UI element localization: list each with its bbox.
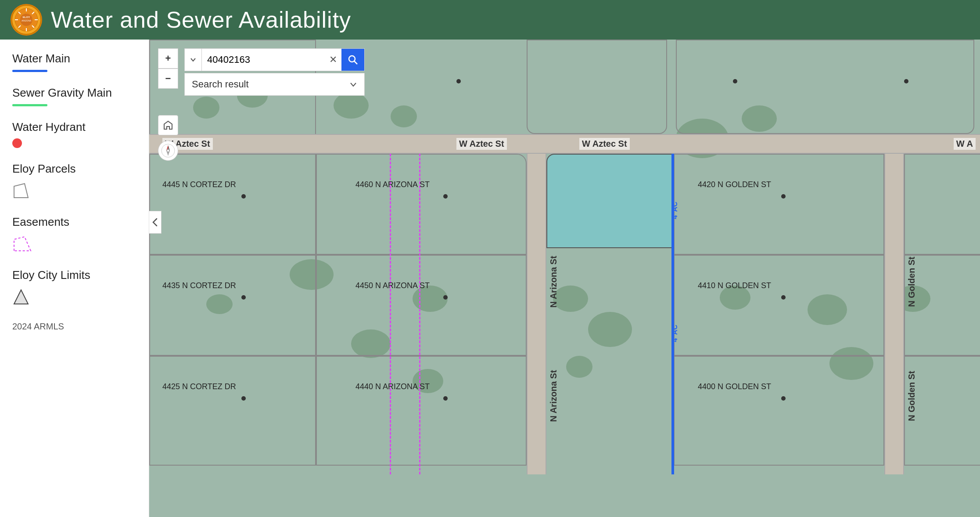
parcel-label-4460-arizona: 4460 N ARIZONA ST [355, 180, 430, 189]
legend-easements-symbol [12, 235, 32, 253]
sidebar-collapse-button[interactable] [149, 211, 162, 234]
parcel-highlighted[interactable] [546, 154, 674, 248]
legend-water-main-label: Water Main [12, 52, 136, 65]
street-label-aztec-right: W Aztec St [579, 138, 630, 150]
svg-marker-14 [14, 237, 31, 251]
parcel-cortez-1 [149, 154, 316, 255]
search-clear-button[interactable]: ✕ [325, 54, 341, 65]
parcel-golden-3 [674, 356, 884, 466]
parcel-label-4435-cortez: 4435 N CORTEZ DR [162, 281, 236, 290]
parcel-dot-4435-cortez [241, 295, 246, 300]
parcel-block [527, 40, 667, 134]
street-label-aztec-center: W Aztec St [456, 138, 507, 150]
svg-marker-13 [14, 184, 28, 198]
parcel-arizona-1 [316, 154, 527, 255]
legend-water-main: Water Main [12, 52, 136, 72]
road-aztec [149, 134, 980, 154]
parcel-arizona-3 [316, 356, 527, 466]
legend-water-hydrant-symbol [12, 138, 22, 148]
vegetation [566, 356, 592, 378]
search-row: ✕ [184, 48, 365, 71]
intersection-dot [456, 79, 461, 83]
svg-point-20 [167, 149, 169, 152]
search-dropdown-button[interactable] [185, 49, 202, 71]
intersection-dot [904, 79, 908, 83]
parcel-dot-4445-cortez [241, 194, 246, 199]
legend-easements: Easements [12, 215, 136, 254]
vegetation [588, 312, 632, 347]
parcel-label-4420-golden: 4420 N GOLDEN ST [698, 180, 771, 189]
legend-city-limits-symbol [12, 288, 30, 306]
app-header: ELOY ARIZONA Water and Sewer Availabilit… [0, 0, 980, 40]
svg-point-21 [349, 56, 355, 62]
main-layout: Water Main Sewer Gravity Main Water Hydr… [0, 40, 980, 517]
legend-sewer-gravity-label: Sewer Gravity Main [12, 86, 136, 100]
road-arizona-st [527, 154, 546, 474]
parcel-golden-2 [674, 255, 884, 356]
legend-water-hydrant: Water Hydrant [12, 120, 136, 148]
parcel-block [676, 40, 974, 134]
legend-sewer-gravity-symbol [12, 104, 47, 106]
parcel-arizona-2 [316, 255, 527, 356]
copyright-text: 2024 ARMLS [12, 322, 136, 332]
parcel-label-4440-arizona: 4440 N ARIZONA ST [355, 382, 430, 391]
svg-marker-15 [14, 290, 28, 304]
vegetation [334, 92, 369, 119]
parcel-dot-4450-arizona [443, 295, 448, 300]
svg-text:ARIZONA: ARIZONA [22, 19, 32, 22]
parcel-far-right-3 [904, 356, 980, 466]
parcel-dot-4420-golden [781, 194, 786, 199]
legend-easements-label: Easements [12, 215, 136, 229]
street-label-aztec-far-right: W A [954, 138, 976, 150]
street-label-arizona-v2: N Arizona St [549, 370, 559, 422]
svg-text:ELOY: ELOY [23, 16, 30, 18]
home-icon[interactable] [158, 115, 178, 135]
parcel-label-4400-golden: 4400 N GOLDEN ST [698, 382, 771, 391]
zoom-out-button[interactable]: − [158, 69, 178, 89]
legend-eloy-parcels: Eloy Parcels [12, 162, 136, 201]
legend-city-limits: Eloy City Limits [12, 268, 136, 307]
parcel-golden-1 [674, 154, 884, 255]
pipe-label-1: 4"AC [671, 202, 679, 219]
search-input[interactable] [202, 49, 325, 71]
city-logo: ELOY ARIZONA [11, 4, 42, 36]
search-result-dropdown[interactable]: Search result [184, 73, 365, 96]
vegetation [391, 105, 417, 127]
zoom-in-button[interactable]: + [158, 48, 178, 69]
parcel-dot-4460-arizona [443, 194, 448, 199]
parcel-dot-4410-golden [781, 295, 786, 300]
legend-water-main-symbol [12, 70, 47, 72]
parcel-cortez-2 [149, 255, 316, 356]
svg-line-22 [354, 61, 357, 64]
compass-button[interactable] [158, 141, 178, 161]
parcel-label-4410-golden: 4410 N GOLDEN ST [698, 281, 771, 290]
parcel-far-right-2 [904, 255, 980, 356]
legend-eloy-parcels-label: Eloy Parcels [12, 162, 136, 176]
parcel-label-4445-cortez: 4445 N CORTEZ DR [162, 180, 236, 189]
search-submit-button[interactable] [341, 49, 364, 71]
parcel-dot-4440-arizona [443, 396, 448, 401]
sidebar: Water Main Sewer Gravity Main Water Hydr… [0, 40, 149, 517]
easement-line-1 [390, 154, 391, 474]
parcel-dot-4400-golden [781, 396, 786, 401]
parcel-far-right-1 [904, 154, 980, 255]
legend-sewer-gravity: Sewer Gravity Main [12, 86, 136, 106]
road-golden-st [884, 154, 904, 474]
legend-eloy-parcels-symbol [12, 182, 30, 199]
app-title: Water and Sewer Availability [51, 7, 351, 33]
easement-line-2 [419, 154, 420, 474]
pipe-label-2: 4"AC [671, 325, 679, 342]
home-button[interactable] [158, 115, 178, 135]
search-result-label: Search result [192, 79, 346, 90]
map-area[interactable]: W Aztec St W Aztec St W Aztec St W A N A… [149, 40, 980, 517]
legend-city-limits-label: Eloy City Limits [12, 268, 136, 282]
map-toolbar: + − [158, 48, 178, 89]
parcel-cortez-3 [149, 356, 316, 466]
search-container: ✕ Search result [184, 48, 365, 96]
legend-water-hydrant-label: Water Hydrant [12, 120, 136, 134]
parcel-dot-4425-cortez [241, 396, 246, 401]
intersection-dot [733, 79, 737, 83]
parcel-label-4450-arizona: 4450 N ARIZONA ST [355, 281, 430, 290]
street-label-arizona-v1: N Arizona St [549, 256, 559, 307]
parcel-label-4425-cortez: 4425 N CORTEZ DR [162, 382, 236, 391]
